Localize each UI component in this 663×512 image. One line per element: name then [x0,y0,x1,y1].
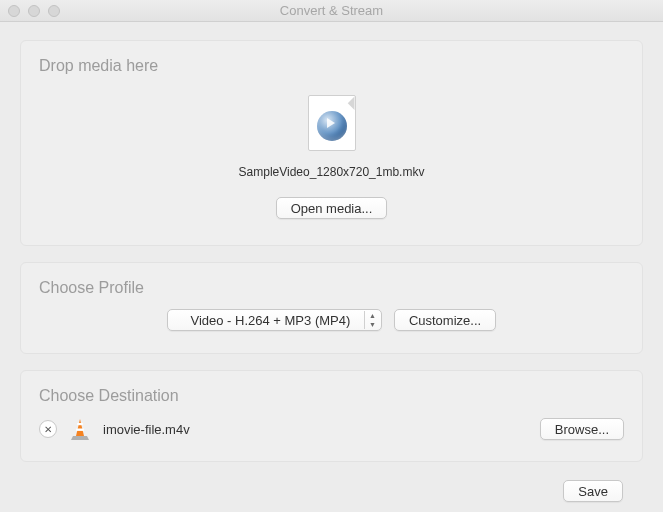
svg-marker-3 [71,436,89,440]
vlc-cone-icon [69,417,91,441]
footer: Save [20,476,643,502]
video-glyph-icon [317,111,347,141]
clear-destination-button[interactable]: ✕ [39,420,57,438]
zoom-window-icon[interactable] [48,5,60,17]
profile-panel: Choose Profile Video - H.264 + MP3 (MP4)… [20,262,643,354]
svg-rect-2 [76,429,84,431]
open-media-button[interactable]: Open media... [276,197,388,219]
drop-area[interactable]: SampleVideo_1280x720_1mb.mkv Open media.… [39,87,624,229]
save-button[interactable]: Save [563,480,623,502]
profile-selected-label: Video - H.264 + MP3 (MP4) [190,313,350,328]
svg-marker-0 [76,419,84,436]
titlebar: Convert & Stream [0,0,663,22]
window-controls [8,5,60,17]
destination-panel: Choose Destination ✕ imovie-file.m4v Bro… [20,370,643,462]
drop-panel: Drop media here SampleVideo_1280x720_1mb… [20,40,643,246]
source-filename: SampleVideo_1280x720_1mb.mkv [239,165,425,179]
drop-heading: Drop media here [39,57,624,75]
destination-filename: imovie-file.m4v [103,422,528,437]
window-body: Drop media here SampleVideo_1280x720_1mb… [0,22,663,512]
window-title: Convert & Stream [0,3,663,18]
close-window-icon[interactable] [8,5,20,17]
media-file-icon [308,95,356,151]
customize-button[interactable]: Customize... [394,309,496,331]
profile-select[interactable]: Video - H.264 + MP3 (MP4) ▲▼ [167,309,382,331]
profile-heading: Choose Profile [39,279,624,297]
destination-heading: Choose Destination [39,387,624,405]
stepper-icon: ▲▼ [364,311,380,329]
minimize-window-icon[interactable] [28,5,40,17]
browse-button[interactable]: Browse... [540,418,624,440]
svg-rect-1 [77,423,83,425]
